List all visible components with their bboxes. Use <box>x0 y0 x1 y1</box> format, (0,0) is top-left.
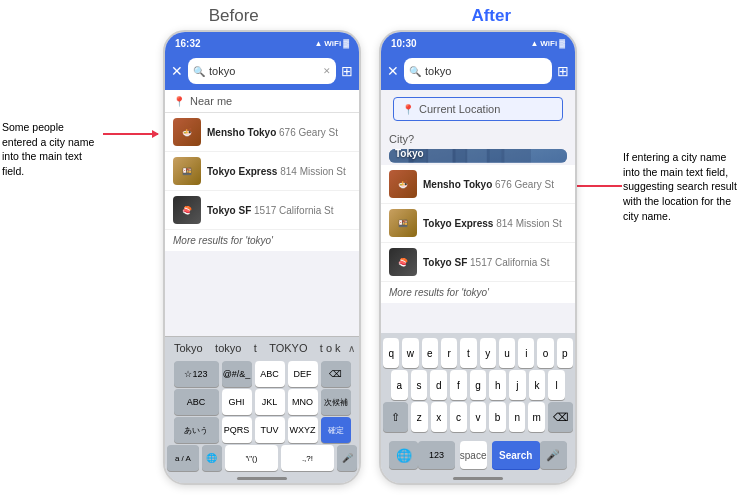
before-result-2-name: Tokyo Express 814 Mission St <box>207 166 351 177</box>
before-result-2[interactable]: 🍱 Tokyo Express 814 Mission St <box>165 152 359 191</box>
after-keyboard-row-3: ⇧ z x c v b n m ⌫ <box>383 402 573 432</box>
after-key-l[interactable]: l <box>548 370 565 400</box>
after-key-i[interactable]: i <box>518 338 534 368</box>
after-key-g[interactable]: g <box>470 370 487 400</box>
before-key-ghi[interactable]: GHI <box>222 389 252 415</box>
before-map-button[interactable]: ⊞ <box>341 63 353 79</box>
after-key-s[interactable]: s <box>411 370 428 400</box>
after-search-input[interactable]: 🔍 tokyo <box>404 58 552 84</box>
before-suggestion-chevron[interactable]: ∧ <box>348 343 355 354</box>
after-city-image[interactable]: Tokyo <box>389 149 567 163</box>
before-result-1-thumb: 🍜 <box>173 118 201 146</box>
before-suggestion-3[interactable]: t <box>249 340 262 356</box>
after-key-p[interactable]: p <box>557 338 573 368</box>
after-result-1[interactable]: 🍜 Mensho Tokyo 676 Geary St <box>381 165 575 204</box>
after-header: After <box>471 6 511 25</box>
before-result-2-thumb: 🍱 <box>173 157 201 185</box>
before-key-def[interactable]: DEF <box>288 361 318 387</box>
after-key-o[interactable]: o <box>537 338 553 368</box>
after-key-shift[interactable]: ⇧ <box>383 402 408 432</box>
before-key-abc2[interactable]: ABC <box>174 389 219 415</box>
before-close-button[interactable]: ✕ <box>171 63 183 79</box>
after-city-label: City? <box>381 128 575 147</box>
after-result-3[interactable]: 🍣 Tokyo SF 1517 California St <box>381 243 575 282</box>
after-key-space[interactable]: space <box>460 441 487 469</box>
after-key-c[interactable]: c <box>450 402 467 432</box>
before-search-area: ✕ 🔍 tokyo ✕ ⊞ <box>165 54 359 90</box>
after-keyboard-row-1: q w e r t y u i o p <box>383 338 573 368</box>
before-key-wxyz[interactable]: WXYZ <box>288 417 318 443</box>
after-result-2-thumb: 🍱 <box>389 209 417 237</box>
after-key-w[interactable]: w <box>402 338 418 368</box>
before-result-1-name: Mensho Tokyo 676 Geary St <box>207 127 351 138</box>
before-key-punctuation[interactable]: .,?! <box>281 445 334 471</box>
after-close-button[interactable]: ✕ <box>387 63 399 79</box>
after-key-backspace[interactable]: ⌫ <box>548 402 573 432</box>
after-key-t[interactable]: t <box>460 338 476 368</box>
after-key-d[interactable]: d <box>430 370 447 400</box>
after-key-y[interactable]: y <box>480 338 496 368</box>
after-key-q[interactable]: q <box>383 338 399 368</box>
after-key-v[interactable]: v <box>470 402 487 432</box>
before-result-1[interactable]: 🍜 Mensho Tokyo 676 Geary St <box>165 113 359 152</box>
before-key-aiueo[interactable]: あいう <box>174 417 219 443</box>
before-home-bar <box>165 473 359 483</box>
after-keyboard: q w e r t y u i o p a <box>381 333 575 483</box>
before-key-shift[interactable]: a / A <box>167 445 199 471</box>
before-key-next[interactable]: 次候補 <box>321 389 351 415</box>
before-result-3[interactable]: 🍣 Tokyo SF 1517 California St <box>165 191 359 230</box>
after-key-mic[interactable]: 🎤 <box>540 441 567 469</box>
before-key-symbols[interactable]: @#/&_ <box>222 361 252 387</box>
after-key-b[interactable]: b <box>489 402 506 432</box>
after-map-button[interactable]: ⊞ <box>557 63 569 79</box>
before-key-globe[interactable]: 🌐 <box>202 445 222 471</box>
right-annotation: If entering a city name into the main te… <box>623 150 738 223</box>
before-key-123[interactable]: ☆123 <box>174 361 219 387</box>
after-keyboard-row-2: a s d f g h j k l <box>383 370 573 400</box>
svg-rect-4 <box>453 149 468 162</box>
after-keyboard-bottom-row: 🌐 123 space Search 🎤 <box>381 437 575 473</box>
before-result-1-text: Mensho Tokyo 676 Geary St <box>207 127 351 138</box>
before-key-quote[interactable]: '\"() <box>225 445 278 471</box>
before-near-me-bar[interactable]: 📍 Near me <box>165 90 359 113</box>
before-suggestion-1[interactable]: Tokyo <box>169 340 208 356</box>
before-key-tuv[interactable]: TUV <box>255 417 285 443</box>
after-key-h[interactable]: h <box>489 370 506 400</box>
before-key-mic[interactable]: 🎤 <box>337 445 357 471</box>
before-key-pqrs[interactable]: PQRS <box>222 417 252 443</box>
after-key-e[interactable]: e <box>422 338 438 368</box>
after-result-3-name: Tokyo SF 1517 California St <box>423 257 567 268</box>
after-key-n[interactable]: n <box>509 402 526 432</box>
before-suggestion-4[interactable]: TOKYO <box>264 340 312 356</box>
after-key-num[interactable]: 123 <box>418 441 455 469</box>
after-key-z[interactable]: z <box>411 402 428 432</box>
after-status-bar: 10:30 ▲ WiFi ▓ <box>381 32 575 54</box>
after-qwerty: q w e r t y u i o p a <box>381 333 575 437</box>
before-key-abc[interactable]: ABC <box>255 361 285 387</box>
after-key-x[interactable]: x <box>431 402 448 432</box>
before-keyboard-row-3: あいう PQRS TUV WXYZ 確定 <box>165 417 359 443</box>
after-key-f[interactable]: f <box>450 370 467 400</box>
before-suggestion-2[interactable]: tokyo <box>210 340 246 356</box>
after-key-k[interactable]: k <box>529 370 546 400</box>
after-key-m[interactable]: m <box>528 402 545 432</box>
before-key-backspace[interactable]: ⌫ <box>321 361 351 387</box>
before-clear-button[interactable]: ✕ <box>323 66 331 76</box>
before-suggestion-5[interactable]: t o k <box>315 340 346 356</box>
after-current-location-bar[interactable]: 📍 Current Location <box>393 97 563 121</box>
after-key-j[interactable]: j <box>509 370 526 400</box>
before-search-input[interactable]: 🔍 tokyo ✕ <box>188 58 336 84</box>
after-key-r[interactable]: r <box>441 338 457 368</box>
after-key-search[interactable]: Search <box>492 441 540 469</box>
after-result-2[interactable]: 🍱 Tokyo Express 814 Mission St <box>381 204 575 243</box>
before-key-enter[interactable]: 確定 <box>321 417 351 443</box>
before-near-me-label: Near me <box>190 95 232 107</box>
before-key-jkl[interactable]: JKL <box>255 389 285 415</box>
before-status-icons: ▲ WiFi ▓ <box>314 39 349 48</box>
after-key-a[interactable]: a <box>391 370 408 400</box>
before-key-mno[interactable]: MNO <box>288 389 318 415</box>
after-key-globe[interactable]: 🌐 <box>389 441 418 469</box>
after-key-u[interactable]: u <box>499 338 515 368</box>
before-result-3-name: Tokyo SF 1517 California St <box>207 205 351 216</box>
before-header: Before <box>209 6 259 25</box>
